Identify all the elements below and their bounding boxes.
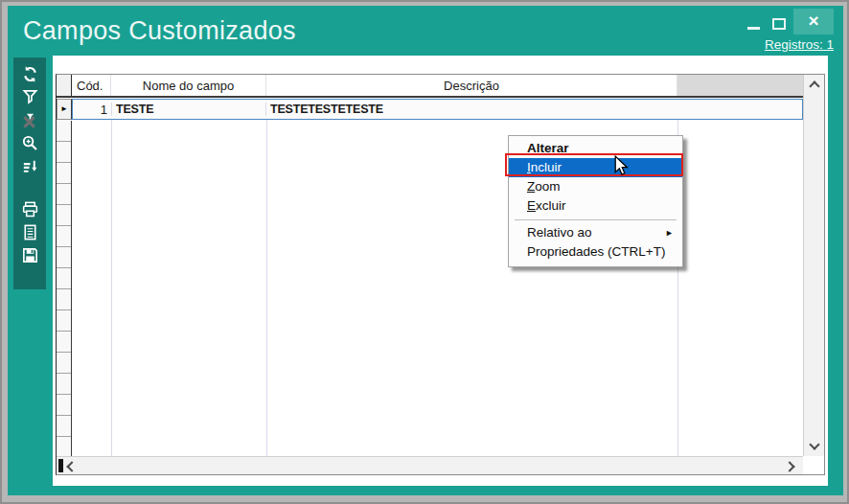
filter-icon[interactable] xyxy=(18,85,41,108)
grid-header-descricao[interactable]: Descrição xyxy=(266,75,677,96)
sort-icon[interactable] xyxy=(18,154,41,177)
zoom-icon[interactable] xyxy=(18,131,41,154)
grid-row-selector-column xyxy=(57,121,72,456)
minimize-button[interactable] xyxy=(747,27,760,30)
grid-header-cod[interactable]: Cód. xyxy=(72,75,111,96)
clear-filter-icon[interactable] xyxy=(18,108,41,131)
page-title: Campos Customizados xyxy=(23,16,296,46)
refresh-icon[interactable] xyxy=(18,62,41,85)
grid-column-line xyxy=(266,100,267,456)
save-icon[interactable] xyxy=(18,243,41,266)
grid-column-line xyxy=(111,100,112,456)
cell-nome: TESTE xyxy=(111,103,265,116)
maximize-button[interactable] xyxy=(772,18,786,30)
cell-descricao: TESTETESTETESTE xyxy=(265,103,802,116)
menu-item-alterar[interactable]: Alterar xyxy=(509,139,682,158)
context-menu: Alterar Incluir Zoom Excluir Relativo ao… xyxy=(508,135,683,267)
app-window: Campos Customizados × Registros: 1 xyxy=(8,6,843,495)
grid-header-filler xyxy=(677,75,803,96)
grid-header-row: Cód. Nome do campo Descrição xyxy=(57,75,803,98)
horizontal-scrollbar[interactable] xyxy=(57,456,803,474)
menu-item-incluir[interactable]: Incluir xyxy=(509,158,682,177)
grid-header-selector xyxy=(57,75,72,96)
current-row-marker: ► xyxy=(57,99,72,120)
scroll-down-icon[interactable] xyxy=(809,439,819,449)
table-row[interactable]: 1 TESTE TESTETESTETESTE xyxy=(72,99,803,120)
sidebar-toolbar xyxy=(13,57,46,289)
menu-item-relativo-ao[interactable]: Relativo ao► xyxy=(509,223,682,242)
scroll-up-icon[interactable] xyxy=(809,80,819,91)
titlebar[interactable]: Campos Customizados × Registros: 1 xyxy=(8,6,843,56)
close-button[interactable]: × xyxy=(793,9,834,34)
data-grid: Cód. Nome do campo Descrição ► 1 TESTE T… xyxy=(56,74,825,475)
menu-item-zoom[interactable]: Zoom xyxy=(509,177,682,196)
grid-header-nome[interactable]: Nome do campo xyxy=(111,75,266,96)
menu-item-excluir[interactable]: Excluir xyxy=(509,196,682,216)
vertical-scrollbar[interactable] xyxy=(803,75,824,456)
content-area: Cód. Nome do campo Descrição ► 1 TESTE T… xyxy=(53,56,828,486)
horizontal-scroll-thumb[interactable] xyxy=(58,459,63,472)
cell-cod: 1 xyxy=(73,103,111,117)
menu-item-propriedades[interactable]: Propriedades (CTRL+T) xyxy=(509,242,682,262)
report-icon[interactable] xyxy=(18,220,41,243)
scroll-right-icon[interactable] xyxy=(784,461,794,471)
menu-separator xyxy=(515,219,677,220)
submenu-arrow-icon: ► xyxy=(665,223,674,242)
scroll-left-icon[interactable] xyxy=(66,461,77,471)
print-icon[interactable] xyxy=(18,197,41,220)
registros-link[interactable]: Registros: 1 xyxy=(765,37,834,52)
